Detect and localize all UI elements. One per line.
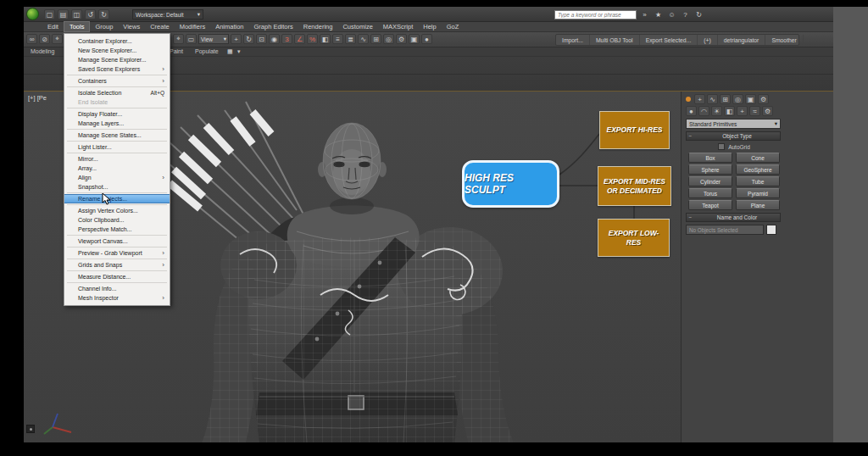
select-and-scale-icon[interactable]: ⊡: [256, 34, 267, 44]
menu-item-saved-scene-explorers[interactable]: Saved Scene Explorers›: [64, 64, 170, 74]
help-icon[interactable]: ?: [680, 9, 691, 19]
select-and-move-icon[interactable]: +: [231, 34, 242, 44]
open-file-icon[interactable]: ▤: [58, 9, 69, 19]
undo-icon[interactable]: ↺: [85, 9, 96, 19]
menu-item-array[interactable]: Array...: [64, 164, 170, 173]
menu-tools[interactable]: Tools: [64, 21, 91, 32]
unlink-selection-icon[interactable]: ⊘: [39, 34, 50, 44]
menu-item-isolate-selection[interactable]: Isolate SelectionAlt+Q: [64, 88, 170, 97]
curve-editor-icon[interactable]: ∿: [358, 34, 369, 44]
menu-item-grids-and-snaps[interactable]: Grids and Snaps›: [64, 260, 170, 270]
shapes-category-icon[interactable]: ◠: [698, 106, 709, 116]
material-editor-icon[interactable]: ◎: [383, 34, 394, 44]
cameras-category-icon[interactable]: ◧: [724, 106, 735, 116]
select-and-link-icon[interactable]: ∞: [26, 34, 37, 44]
menu-maxscript[interactable]: MAXScript: [378, 22, 418, 31]
snap-toggle-icon[interactable]: 3: [281, 34, 292, 44]
name-and-color-rollout[interactable]: − Name and Color: [686, 213, 781, 222]
smoother-button[interactable]: Smoother: [765, 35, 803, 45]
hierarchy-tab-icon[interactable]: ⊞: [720, 94, 731, 104]
3dsmax-logo-icon[interactable]: [26, 8, 39, 20]
autogrid-checkbox[interactable]: [718, 143, 725, 150]
sphere-button[interactable]: Sphere: [688, 164, 732, 175]
select-and-rotate-icon[interactable]: ↻: [243, 34, 254, 44]
menu-item-measure-distance[interactable]: Measure Distance...: [64, 272, 170, 281]
menu-help[interactable]: Help: [418, 22, 441, 31]
ribbon-tab-modeling[interactable]: Modeling: [31, 48, 54, 54]
motion-tab-icon[interactable]: ◎: [732, 94, 743, 104]
menu-item-assign-vertex-colors[interactable]: Assign Vertex Colors...: [64, 206, 170, 215]
multi-obj-tool-button[interactable]: Multi OBJ Tool: [590, 35, 640, 45]
layer-manager-icon[interactable]: ≣: [345, 34, 356, 44]
utilities-tab-icon[interactable]: ⚙: [758, 94, 769, 104]
spacewarps-category-icon[interactable]: ≈: [749, 106, 760, 116]
new-file-icon[interactable]: ▢: [44, 9, 55, 19]
ribbon-minimize-icon[interactable]: ▾: [237, 48, 241, 55]
align-icon[interactable]: ≡: [332, 34, 343, 44]
menu-graph-editors[interactable]: Graph Editors: [249, 22, 298, 31]
reference-coordinate-dropdown[interactable]: View ▾: [198, 34, 229, 44]
signin-icon[interactable]: ☺: [666, 9, 677, 19]
menu-group[interactable]: Group: [90, 22, 118, 31]
pyramid-button[interactable]: Pyramid: [736, 188, 780, 198]
lights-category-icon[interactable]: ☀: [711, 106, 722, 116]
menu-edit[interactable]: Edit: [42, 22, 64, 31]
percent-snap-icon[interactable]: %: [307, 34, 318, 44]
box-button[interactable]: Box: [688, 153, 732, 163]
menu-item-light-lister[interactable]: Light Lister...: [64, 142, 170, 152]
menu-item-align[interactable]: Align›: [64, 173, 170, 182]
search-input[interactable]: [554, 10, 637, 19]
collapse-icon[interactable]: −: [687, 214, 694, 220]
menu-item-channel-info[interactable]: Channel Info...: [64, 284, 170, 293]
menu-modifiers[interactable]: Modifiers: [175, 22, 210, 31]
cone-button[interactable]: Cone: [736, 153, 780, 163]
menu-item-container-explorer[interactable]: Container Explorer...: [64, 36, 170, 46]
bind-to-spacewarp-icon[interactable]: ⌖: [52, 34, 63, 44]
schematic-view-icon[interactable]: ⊞: [370, 34, 381, 44]
torus-button[interactable]: Torus: [688, 188, 732, 198]
menu-item-new-scene-explorer[interactable]: New Scene Explorer...: [64, 46, 170, 55]
viewport-corner-button[interactable]: [26, 425, 35, 433]
primitive-category-dropdown[interactable]: Standard Primitives ▾: [686, 119, 781, 129]
cylinder-button[interactable]: Cylinder: [688, 176, 732, 186]
menu-item-mirror[interactable]: Mirror...: [64, 154, 170, 164]
mirror-icon[interactable]: ◧: [320, 34, 331, 44]
helpers-category-icon[interactable]: +: [737, 106, 748, 116]
render-production-icon[interactable]: ●: [421, 34, 432, 44]
ribbon-tab-paint[interactable]: Paint: [170, 48, 183, 54]
export-selected-button[interactable]: Export Selected...: [640, 35, 698, 45]
select-region-icon[interactable]: ▭: [186, 34, 197, 44]
geometry-category-icon[interactable]: ●: [686, 106, 697, 116]
menu-create[interactable]: Create: [145, 22, 175, 31]
collapse-icon[interactable]: −: [687, 133, 694, 139]
menu-animation[interactable]: Animation: [210, 22, 248, 31]
menu-views[interactable]: Views: [118, 22, 145, 31]
star-icon[interactable]: ★: [653, 9, 664, 19]
menu-goz[interactable]: GoZ: [442, 22, 465, 31]
menu-item-display-floater[interactable]: Display Floater...: [64, 109, 170, 119]
plus-button[interactable]: (+): [698, 35, 718, 45]
menu-customize[interactable]: Customize: [337, 22, 377, 31]
tube-button[interactable]: Tube: [736, 176, 780, 186]
plane-button[interactable]: Plane: [736, 200, 780, 210]
ribbon-panel-icon[interactable]: ▦: [227, 48, 233, 55]
object-type-rollout[interactable]: − Object Type: [686, 131, 781, 141]
save-file-icon[interactable]: ◫: [71, 9, 82, 19]
menu-item-rename-objects[interactable]: Rename Objects...: [64, 194, 170, 203]
menu-item-viewport-canvas[interactable]: Viewport Canvas...: [64, 236, 170, 246]
teapot-button[interactable]: Teapot: [688, 200, 732, 210]
menu-item-snapshot[interactable]: Snapshot...: [64, 182, 170, 192]
menu-item-containers[interactable]: Containers›: [64, 76, 170, 86]
angle-snap-icon[interactable]: ∠: [294, 34, 305, 44]
menu-item-manage-layers[interactable]: Manage Layers...: [64, 119, 170, 128]
systems-category-icon[interactable]: ⚙: [762, 106, 773, 116]
geosphere-button[interactable]: GeoSphere: [736, 164, 780, 175]
menu-item-manage-scene-explorer[interactable]: Manage Scene Explorer...: [64, 55, 170, 64]
rendered-frame-icon[interactable]: ▣: [409, 34, 420, 44]
render-setup-icon[interactable]: ⚙: [396, 34, 407, 44]
object-name-field[interactable]: No Objects Selected: [686, 225, 764, 235]
import-button[interactable]: Import...: [556, 35, 590, 45]
refresh-icon[interactable]: ↻: [693, 9, 704, 19]
object-color-swatch[interactable]: [766, 225, 776, 235]
menu-item-manage-scene-states[interactable]: Manage Scene States...: [64, 131, 170, 140]
